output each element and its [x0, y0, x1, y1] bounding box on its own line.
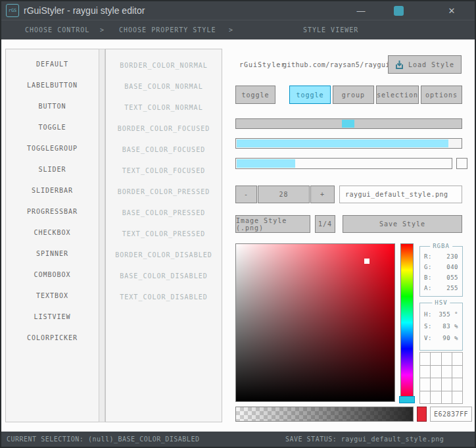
value-text: 040 — [446, 264, 458, 270]
current-color-sample — [417, 407, 427, 422]
nav-choose-property-style: CHOOSE PROPERTY STYLE — [119, 20, 216, 40]
hex-value-textbox[interactable]: E62837FF — [430, 407, 472, 422]
sliderbar-demo[interactable] — [235, 158, 452, 169]
control-item-combobox[interactable]: COMBOBOX — [6, 264, 99, 285]
minimize-icon: — — [357, 6, 366, 16]
property-item-text-color-normal[interactable]: TEXT_COLOR_NORMAL — [106, 97, 222, 118]
rgba-title: RGBA — [430, 243, 452, 249]
swatch-cell[interactable] — [420, 353, 431, 366]
app-icon: rGS — [6, 4, 19, 17]
control-item-toggle[interactable]: TOGGLE — [6, 116, 99, 137]
control-item-listview[interactable]: LISTVIEW — [6, 306, 99, 327]
property-item-base-color-pressed[interactable]: BASE_COLOR_PRESSED — [106, 202, 222, 223]
control-item-progressbar[interactable]: PROGRESSBAR — [6, 201, 99, 222]
swatch-cell[interactable] — [442, 353, 452, 366]
toggle-group-item-toggle[interactable]: toggle — [289, 86, 331, 104]
control-item-sliderbar[interactable]: SLIDERBAR — [6, 180, 99, 201]
control-item-labelbutton[interactable]: LABELBUTTON — [6, 74, 99, 95]
value-label: G: — [424, 264, 432, 270]
swatch-cell[interactable] — [452, 366, 463, 379]
rgba-row-a: A: 255 — [424, 285, 458, 291]
controls-list: DEFAULT LABELBUTTON BUTTON TOGGLE TOGGLE… — [5, 49, 99, 422]
control-item-togglegroup[interactable]: TOGGLEGROUP — [6, 137, 99, 159]
window-title: rGuiStyler - raygui style editor — [24, 1, 145, 20]
property-item-base-color-normal[interactable]: BASE_COLOR_NORMAL — [106, 76, 222, 97]
swatch-cell[interactable] — [420, 391, 431, 405]
hsv-title: HSV — [432, 299, 450, 306]
swatch-cell[interactable] — [452, 353, 463, 366]
property-item-border-color-disabled[interactable]: BORDER_COLOR_DISABLED — [106, 244, 222, 265]
value-label: B: — [424, 274, 432, 281]
repo-link[interactable]: github.com/raysan5/raygui — [283, 61, 390, 68]
property-item-base-color-focused[interactable]: BASE_COLOR_FOCUSED — [106, 139, 222, 160]
property-item-border-color-pressed[interactable]: BORDER_COLOR_PRESSED — [106, 181, 222, 202]
control-item-colorpicker[interactable]: COLORPICKER — [6, 327, 99, 348]
property-item-text-color-disabled[interactable]: TEXT_COLOR_DISABLED — [106, 286, 222, 307]
hsv-row-s: S: 83 % — [424, 323, 458, 330]
swatch-cell[interactable] — [442, 391, 452, 405]
property-item-border-color-focused[interactable]: BORDER_COLOR_FOCUSED — [106, 118, 222, 139]
swatch-cell[interactable] — [420, 366, 431, 379]
titlebar: rGS rGuiStyler - raygui style editor — ✕ — [1, 1, 475, 20]
slider-demo[interactable] — [235, 118, 462, 129]
slider-handle[interactable] — [342, 120, 354, 128]
swatch-cell[interactable] — [431, 378, 441, 391]
section-navbar: CHOOSE CONTROL > CHOOSE PROPERTY STYLE >… — [1, 20, 475, 39]
swatch-cell[interactable] — [431, 366, 441, 379]
controls-list-scrollbar[interactable] — [99, 49, 105, 422]
filename-textbox[interactable]: raygui_default_style.png — [339, 186, 462, 203]
properties-list: BORDER_COLOR_NORMAL BASE_COLOR_NORMAL TE… — [105, 49, 222, 422]
alpha-bar[interactable] — [235, 407, 414, 422]
load-style-icon — [395, 61, 404, 69]
swatch-cell[interactable] — [442, 378, 452, 391]
progressbar-demo — [235, 138, 462, 149]
control-item-spinner[interactable]: SPINNER — [6, 243, 99, 264]
image-style-button[interactable]: Image Style (.png) — [235, 215, 310, 233]
progressbar-fill — [237, 139, 448, 147]
spinner-minus-button[interactable]: - — [235, 186, 257, 203]
swatch-cell[interactable] — [431, 391, 441, 405]
hsv-row-v: V: 90 % — [424, 335, 458, 341]
swatch-cell[interactable] — [452, 391, 463, 405]
rgba-row-g: G: 040 — [424, 264, 458, 270]
load-style-button[interactable]: Load Style — [388, 55, 462, 74]
app-window: rGS rGuiStyler - raygui style editor — ✕… — [0, 0, 476, 448]
control-item-textbox[interactable]: TEXTBOX — [6, 285, 99, 306]
hue-bar[interactable] — [400, 243, 414, 402]
value-label: V: — [424, 335, 432, 341]
control-item-slider[interactable]: SLIDER — [6, 159, 99, 180]
close-icon: ✕ — [448, 6, 456, 16]
property-item-border-color-normal[interactable]: BORDER_COLOR_NORMAL — [106, 55, 222, 76]
toggle-group-item-selection[interactable]: selection — [376, 86, 419, 104]
property-item-text-color-focused[interactable]: TEXT_COLOR_FOCUSED — [106, 160, 222, 181]
maximize-icon — [394, 6, 404, 16]
ratio-button[interactable]: 1/4 — [315, 215, 335, 233]
toggle-single[interactable]: toggle — [235, 86, 275, 104]
minimize-button[interactable]: — — [352, 1, 369, 20]
control-item-default[interactable]: DEFAULT — [6, 53, 99, 74]
hue-handle[interactable] — [399, 396, 415, 403]
control-item-button[interactable]: BUTTON — [6, 95, 99, 116]
swatch-cell[interactable] — [420, 378, 431, 391]
toggle-group-item-group[interactable]: group — [333, 86, 374, 104]
close-button[interactable]: ✕ — [443, 1, 460, 20]
nav-separator-icon: > — [229, 20, 233, 40]
save-style-button[interactable]: Save Style — [343, 215, 462, 233]
spinner-plus-button[interactable]: + — [310, 186, 335, 203]
swatch-cell[interactable] — [431, 353, 441, 366]
maximize-button[interactable] — [390, 1, 407, 20]
status-current-selection: CURRENT SELECTION: (null)_BASE_COLOR_DIS… — [7, 432, 199, 447]
property-item-base-color-disabled[interactable]: BASE_COLOR_DISABLED — [106, 265, 222, 286]
value-text: 255 — [446, 285, 458, 291]
hsv-row-h: H: 355 ° — [424, 311, 458, 318]
control-item-checkbox[interactable]: CHECKBOX — [6, 222, 99, 243]
swatch-cell[interactable] — [442, 366, 452, 379]
value-text: 355 ° — [439, 311, 458, 318]
color-swatch-grid — [419, 352, 463, 404]
color-panel[interactable] — [235, 243, 395, 402]
spinner-value[interactable]: 28 — [258, 186, 310, 203]
checkbox-demo[interactable] — [456, 158, 467, 169]
property-item-text-color-pressed[interactable]: TEXT_COLOR_PRESSED — [106, 223, 222, 244]
toggle-group-item-options[interactable]: options — [421, 86, 462, 104]
swatch-cell[interactable] — [452, 378, 463, 391]
